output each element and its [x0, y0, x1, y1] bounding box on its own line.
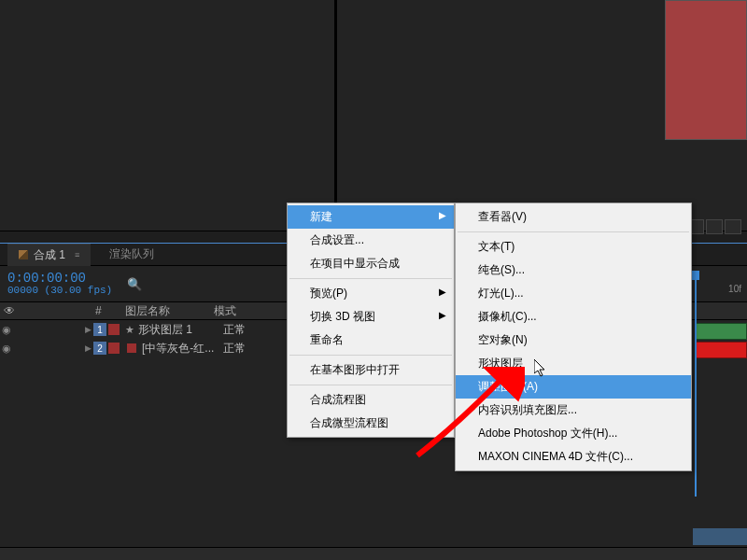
menu-item[interactable]: 文本(T) [456, 235, 691, 259]
context-submenu-new[interactable]: 查看器(V)文本(T)纯色(S)...灯光(L)...摄像机(C)...空对象(… [455, 203, 692, 471]
menu-item[interactable]: 在基本图形中打开 [288, 358, 454, 382]
menu-item[interactable]: 合成设置... [288, 229, 454, 252]
menu-separator [289, 385, 452, 385]
bottom-bar [0, 547, 747, 560]
layer-index: 2 [93, 342, 106, 355]
ruler-tick: 10f [728, 284, 741, 294]
context-menu[interactable]: 新建▶合成设置...在项目中显示合成预览(P)▶切换 3D 视图▶重命名在基本图… [287, 203, 455, 438]
work-area-bar[interactable] [693, 528, 747, 545]
menu-separator [289, 355, 452, 356]
submenu-arrow-icon: ▶ [439, 287, 446, 297]
solid-icon [127, 343, 136, 353]
layer-name[interactable]: [中等灰色-红... [121, 341, 219, 357]
playhead[interactable] [695, 273, 697, 497]
layer-color-swatch[interactable] [108, 343, 120, 354]
visibility-eye-icon[interactable]: ◉ [0, 343, 13, 355]
search-icon[interactable]: 🔍 [127, 277, 142, 291]
eye-column-icon: 👁 [4, 304, 15, 317]
timecode-block[interactable]: 0:00:00:00 00000 (30.00 fps) [7, 272, 112, 295]
layer-track-bar[interactable] [695, 342, 747, 358]
viewer-toolbar [687, 219, 741, 234]
toolbar-icon[interactable] [706, 219, 723, 234]
tab-label: 渲染队列 [109, 246, 154, 262]
submenu-arrow-icon: ▶ [439, 210, 446, 220]
toggle-columns: 👁 [0, 304, 82, 317]
layer-name-header[interactable]: 图层名称 [121, 303, 210, 319]
menu-item[interactable]: 在项目中显示合成 [288, 252, 454, 275]
index-column-header: # [95, 304, 108, 317]
shape-preview [665, 0, 747, 140]
menu-item[interactable]: 合成流程图 [288, 388, 454, 412]
menu-item[interactable]: 新建▶ [288, 205, 454, 229]
viewer-area [0, 0, 747, 231]
toolbar-icon[interactable] [725, 219, 741, 234]
submenu-arrow-icon: ▶ [439, 310, 446, 320]
layer-color-swatch[interactable] [108, 324, 120, 335]
menu-item[interactable]: 内容识别填充图层... [456, 399, 691, 422]
menu-item[interactable]: 预览(P)▶ [288, 282, 454, 305]
menu-item[interactable]: 调整图层(A) [456, 375, 691, 399]
menu-item[interactable]: 形状图层 [456, 352, 691, 375]
menu-item[interactable]: 合成微型流程图 [288, 412, 454, 435]
menu-item[interactable]: 重命名 [288, 329, 454, 352]
tab-label: 合成 1 [34, 247, 65, 263]
layer-mode[interactable]: 正常 [219, 322, 266, 338]
viewer-divider [334, 0, 337, 231]
menu-item[interactable]: MAXON CINEMA 4D 文件(C)... [456, 445, 691, 469]
fps-label: 00000 (30.00 fps) [7, 285, 112, 296]
twirl-icon[interactable]: ▶ [82, 343, 93, 353]
menu-item[interactable]: 空对象(N) [456, 329, 691, 352]
menu-item[interactable]: 灯光(L)... [456, 282, 691, 305]
menu-item[interactable]: 切换 3D 视图▶ [288, 305, 454, 329]
menu-separator [458, 231, 689, 232]
menu-item[interactable]: 纯色(S)... [456, 259, 691, 282]
shape-layer-icon: ★ [125, 324, 134, 336]
menu-separator [289, 278, 452, 279]
visibility-eye-icon[interactable]: ◉ [0, 324, 13, 336]
menu-item[interactable]: 查看器(V) [456, 205, 691, 229]
menu-item[interactable]: Adobe Photoshop 文件(H)... [456, 422, 691, 445]
twirl-icon[interactable]: ▶ [82, 325, 93, 334]
layer-mode[interactable]: 正常 [219, 341, 266, 357]
menu-item[interactable]: 摄像机(C)... [456, 305, 691, 329]
tab-composition[interactable]: 合成 1 ≡ [7, 244, 91, 266]
layer-track-bar[interactable] [695, 323, 747, 340]
layer-index: 1 [93, 323, 106, 336]
layer-name[interactable]: ★形状图层 1 [121, 322, 219, 338]
tab-render-queue[interactable]: 渲染队列 [98, 244, 165, 265]
mode-header[interactable]: 模式 [210, 303, 257, 319]
tab-menu-icon[interactable]: ≡ [75, 250, 79, 259]
composition-icon [19, 250, 28, 259]
